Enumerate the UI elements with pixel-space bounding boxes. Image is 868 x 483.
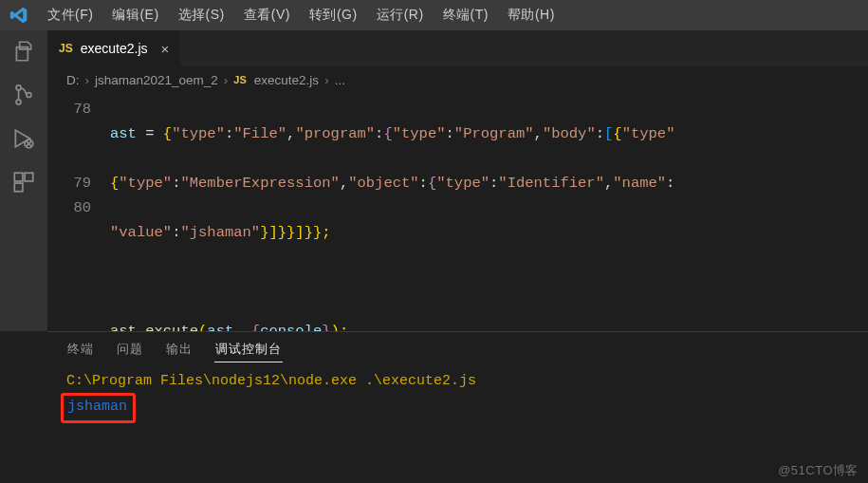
code-content: ast = {"type":"File","program":{"type":"… — [110, 93, 868, 331]
breadcrumb-folder: jshaman2021_oem_2 — [95, 73, 218, 87]
menu-run[interactable]: 运行(R) — [367, 3, 434, 28]
breadcrumb-file: execute2.js — [254, 73, 319, 87]
js-file-icon: JS — [233, 74, 246, 85]
breadcrumb-drive: D: — [66, 73, 80, 87]
extensions-icon[interactable] — [10, 169, 37, 195]
panel-tab-output[interactable]: 输出 — [165, 337, 194, 362]
activity-bar — [0, 30, 47, 331]
svg-rect-5 — [25, 173, 33, 181]
highlight-box: jshaman — [61, 393, 136, 423]
panel-tab-terminal[interactable]: 终端 — [66, 337, 95, 362]
panel-tab-debug-console[interactable]: 调试控制台 — [214, 337, 283, 362]
chevron-right-icon: › — [85, 73, 90, 87]
debug-output-line: jshaman — [67, 399, 127, 415]
explorer-icon[interactable] — [10, 38, 37, 65]
tab-execute2-js[interactable]: JS execute2.js × — [47, 30, 181, 66]
line-number: 79 — [47, 171, 91, 195]
run-debug-icon[interactable] — [10, 125, 37, 152]
code-editor[interactable]: 78 79 80 ast = {"type":"File","program":… — [47, 93, 868, 331]
breadcrumb[interactable]: D: › jshaman2021_oem_2 › JS execute2.js … — [47, 66, 868, 93]
svg-rect-6 — [14, 183, 23, 192]
svg-point-0 — [16, 85, 21, 90]
svg-point-2 — [27, 93, 31, 98]
chevron-right-icon: › — [324, 73, 329, 87]
svg-point-1 — [16, 100, 21, 104]
breadcrumb-ellipsis: ... — [335, 73, 345, 87]
menu-edit[interactable]: 编辑(E) — [102, 3, 168, 28]
menu-view[interactable]: 查看(V) — [234, 3, 300, 28]
js-file-icon: JS — [59, 42, 73, 55]
chevron-right-icon: › — [224, 73, 229, 87]
panel-tab-problems[interactable]: 问题 — [116, 337, 144, 362]
menu-help[interactable]: 帮助(H) — [498, 3, 564, 28]
line-number: 80 — [47, 195, 91, 220]
panel-tabs: 终端 问题 输出 调试控制台 — [47, 332, 868, 366]
bottom-panel: 终端 问题 输出 调试控制台 C:\Program Files\nodejs12… — [47, 331, 868, 483]
tab-close-button[interactable]: × — [161, 41, 170, 57]
line-number: 78 — [47, 97, 91, 121]
editor-tabs: JS execute2.js × — [47, 30, 868, 66]
menu-go[interactable]: 转到(G) — [300, 3, 367, 28]
menu-file[interactable]: 文件(F) — [38, 3, 102, 28]
line-number-gutter: 78 79 80 — [47, 93, 110, 331]
vscode-logo-icon — [9, 6, 28, 25]
menu-terminal[interactable]: 终端(T) — [434, 3, 498, 28]
debug-command-line: C:\Program Files\nodejs12\node.exe .\exe… — [66, 370, 849, 393]
watermark: @51CTO博客 — [778, 462, 859, 479]
source-control-icon[interactable] — [10, 82, 37, 108]
debug-console-output[interactable]: C:\Program Files\nodejs12\node.exe .\exe… — [47, 366, 868, 483]
title-menu-bar: 文件(F) 编辑(E) 选择(S) 查看(V) 转到(G) 运行(R) 终端(T… — [0, 0, 868, 30]
svg-rect-4 — [14, 173, 23, 181]
menu-select[interactable]: 选择(S) — [169, 3, 234, 28]
tab-filename: execute2.js — [81, 41, 148, 56]
